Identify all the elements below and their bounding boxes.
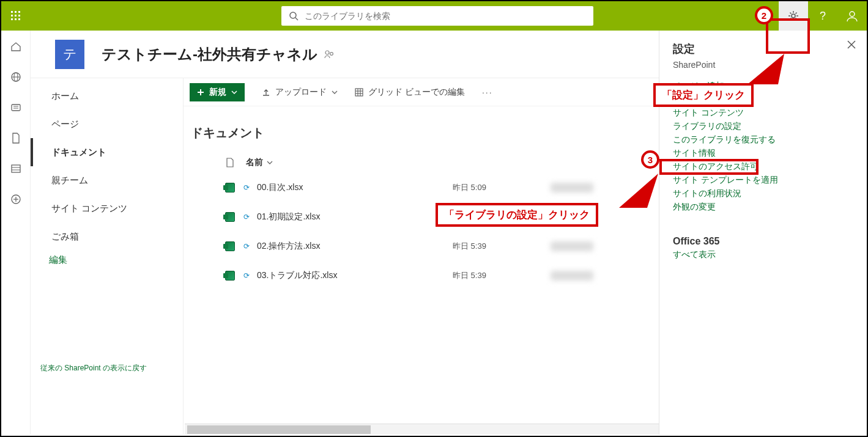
- rail-global[interactable]: [9, 70, 23, 84]
- chevron-down-icon: [267, 160, 273, 166]
- settings-link-restore-library[interactable]: このライブラリを復元する: [673, 134, 853, 145]
- new-button[interactable]: 新規: [190, 83, 245, 101]
- sync-icon: ⟳: [243, 242, 250, 251]
- file-icon: [11, 133, 21, 144]
- sync-icon: ⟳: [243, 183, 250, 192]
- new-label: 新規: [209, 87, 226, 98]
- svg-point-3: [850, 12, 855, 17]
- nav-item-site-contents[interactable]: サイト コンテンツ: [31, 194, 183, 222]
- svg-point-2: [792, 14, 795, 18]
- excel-icon: [220, 212, 240, 222]
- annotation-number-3: 3: [641, 150, 659, 169]
- settings-link-site-usage[interactable]: サイトの利用状況: [673, 188, 853, 199]
- name-column-header[interactable]: 名前: [246, 157, 273, 168]
- scrollbar-thumb[interactable]: [187, 425, 371, 434]
- chevron-down-icon: [332, 89, 338, 95]
- annotation-arrow-3: [619, 174, 662, 210]
- waffle-icon: [11, 11, 21, 21]
- rail-lists[interactable]: [9, 161, 23, 176]
- excel-icon: [220, 183, 240, 193]
- grid-icon: [355, 88, 363, 97]
- svg-rect-7: [12, 105, 20, 111]
- annotation-arrow-2: [747, 54, 790, 86]
- close-button[interactable]: [847, 39, 856, 52]
- settings-link-site-info[interactable]: サイト情報: [673, 148, 853, 159]
- rail-news[interactable]: [9, 100, 23, 115]
- name-column-label: 名前: [246, 157, 263, 168]
- site-logo[interactable]: テ: [55, 40, 84, 69]
- close-icon: [847, 40, 856, 49]
- left-nav: ホーム ページ ドキュメント 親チーム サイト コンテンツ ごみ箱 編集 従来の…: [31, 78, 184, 435]
- excel-icon: [220, 271, 240, 281]
- search-box[interactable]: [281, 6, 593, 26]
- overflow-button[interactable]: ···: [482, 87, 493, 97]
- chevron-down-icon: [231, 89, 237, 95]
- o365-view-all-link[interactable]: すべて表示: [673, 249, 853, 260]
- filetype-column-header[interactable]: [220, 158, 240, 167]
- svg-rect-20: [355, 89, 363, 96]
- search-input[interactable]: [299, 11, 586, 21]
- settings-link-change-look[interactable]: 外観の変更: [673, 202, 853, 213]
- upload-label: アップロード: [275, 87, 327, 98]
- svg-point-0: [290, 12, 296, 18]
- nav-item-home[interactable]: ホーム: [31, 82, 183, 110]
- settings-link-site-contents[interactable]: サイト コンテンツ: [673, 108, 853, 119]
- settings-link-site-template[interactable]: サイト テンプレートを適用: [673, 175, 853, 186]
- blurred-column: [551, 241, 593, 251]
- svg-point-16: [325, 51, 329, 54]
- plus-icon: [197, 89, 204, 96]
- svg-marker-31: [619, 174, 658, 208]
- file-modified: 昨日 5:39: [453, 270, 551, 281]
- horizontal-scrollbar[interactable]: [185, 424, 659, 435]
- upload-button[interactable]: アップロード: [262, 87, 338, 98]
- globe-icon: [10, 72, 21, 83]
- news-icon: [10, 102, 21, 113]
- svg-line-1: [295, 18, 298, 20]
- search-icon: [289, 11, 299, 21]
- annotation-label-settings: 「設定」クリック: [653, 83, 754, 107]
- sync-icon: ⟳: [243, 213, 250, 221]
- file-modified: 昨日 5:09: [453, 182, 551, 193]
- file-modified: 昨日 5:39: [453, 241, 551, 252]
- list-icon: [10, 163, 21, 174]
- nav-item-pages[interactable]: ページ: [31, 110, 183, 138]
- grid-edit-button[interactable]: グリッド ビューでの編集: [355, 87, 465, 98]
- file-name[interactable]: 03.トラブル対応.xlsx: [257, 270, 453, 281]
- annotation-number-2: 2: [755, 6, 773, 24]
- svg-point-17: [330, 52, 333, 55]
- file-name[interactable]: 00.目次.xlsx: [257, 182, 453, 193]
- search-wrap: [281, 6, 593, 26]
- nav-item-documents[interactable]: ドキュメント: [31, 138, 183, 166]
- svg-marker-30: [747, 54, 784, 84]
- o365-section-title: Office 365: [673, 236, 853, 247]
- classic-sharepoint-link[interactable]: 従来の SharePoint の表示に戻す: [40, 363, 147, 373]
- plus-circle-icon: [10, 194, 21, 205]
- blurred-column: [551, 271, 593, 281]
- excel-icon: [220, 241, 240, 251]
- sync-icon: ⟳: [243, 271, 250, 280]
- rail-create[interactable]: [9, 192, 23, 207]
- left-rail: [1, 31, 31, 435]
- svg-rect-10: [12, 165, 20, 172]
- nav-item-parent-team[interactable]: 親チーム: [31, 166, 183, 194]
- app-launcher-button[interactable]: [1, 1, 31, 31]
- rail-home[interactable]: [9, 39, 23, 54]
- file-name[interactable]: 02.操作方法.xlsx: [257, 241, 453, 252]
- nav-edit-link[interactable]: 編集: [31, 254, 183, 266]
- blurred-column: [551, 183, 593, 193]
- suite-bar: ?: [1, 1, 867, 31]
- nav-item-recycle-bin[interactable]: ごみ箱: [31, 222, 183, 251]
- annotation-box-gear: [766, 18, 810, 54]
- help-button[interactable]: ?: [808, 1, 837, 31]
- upload-icon: [262, 88, 270, 97]
- settings-link-library-settings[interactable]: ライブラリの設定: [673, 121, 853, 132]
- site-title[interactable]: テストチーム-社外共有チャネル: [102, 45, 317, 64]
- document-icon: [226, 158, 234, 167]
- annotation-box-library-settings: [659, 159, 759, 175]
- account-button[interactable]: [837, 1, 867, 31]
- annotation-label-library: 「ライブラリの設定」クリック: [436, 203, 598, 227]
- person-icon: [845, 9, 859, 23]
- grid-edit-label: グリッド ビューでの編集: [368, 87, 465, 98]
- file-name[interactable]: 01.初期設定.xlsx: [257, 211, 453, 222]
- rail-files[interactable]: [9, 131, 23, 145]
